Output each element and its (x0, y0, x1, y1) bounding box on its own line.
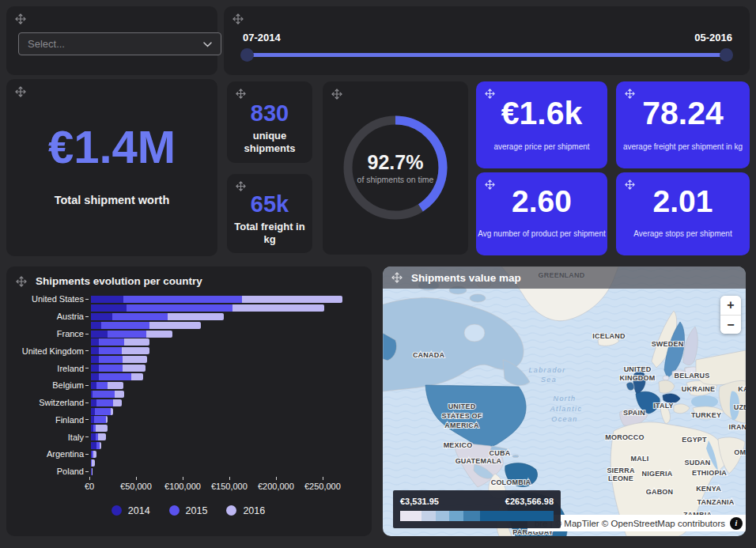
map-legend-gradient (400, 511, 554, 521)
slider-handle-end[interactable] (720, 48, 733, 62)
bar-segment-2014[interactable] (91, 338, 99, 346)
bar-row: Argentina (14, 450, 362, 459)
drag-handle-icon[interactable] (15, 13, 26, 25)
legend-item-2015[interactable]: 2015 (169, 505, 208, 516)
bar-segment-2015[interactable] (99, 365, 123, 372)
bar-segment-2016[interactable] (100, 442, 101, 449)
map-label-belarus: BELARUS (675, 372, 710, 380)
bar-segment-2014[interactable] (91, 382, 96, 389)
bar-segment-2015[interactable] (99, 356, 123, 363)
map-legend-min: €3,531.95 (400, 497, 439, 506)
map-label-kenya: KENYA (696, 485, 721, 493)
bar-segment-2016[interactable] (124, 338, 149, 346)
bar-segment-2015[interactable] (108, 331, 147, 338)
bar-track (91, 459, 362, 467)
bar-segment-2015[interactable] (123, 296, 242, 303)
bar-segment-2016[interactable] (96, 425, 108, 432)
kpi-total-worth-card: €1.4M Total shipment worth (6, 79, 217, 256)
bar-segment-2016[interactable] (113, 399, 121, 406)
bar-segment-2016[interactable] (168, 313, 224, 320)
map-label-canada: CANADA (413, 351, 444, 359)
country-select[interactable]: Select... (18, 32, 221, 55)
bar-segment-2016[interactable] (108, 382, 124, 389)
info-icon[interactable]: i (730, 517, 743, 530)
bar-segment-2016[interactable] (92, 468, 93, 475)
bar-segment-2015[interactable] (93, 391, 114, 398)
x-tick-label: €100,000 (164, 482, 201, 491)
bar-segment-2015[interactable] (94, 416, 106, 423)
bar-track (91, 442, 362, 449)
map-label-italy: ITALY (653, 402, 674, 410)
map-label-cuba: CUBA (490, 449, 511, 457)
bar-segment-2016[interactable] (242, 296, 343, 303)
bar-track (91, 416, 362, 423)
bar-segment-2016[interactable] (115, 391, 124, 398)
bar-segment-2015[interactable] (99, 338, 124, 346)
bar-segment-2016[interactable] (92, 459, 95, 467)
bar-segment-2016[interactable] (146, 331, 172, 338)
zoom-in-button[interactable]: + (720, 296, 741, 315)
bar-segment-2016[interactable] (123, 365, 145, 372)
legend-item-2014[interactable]: 2014 (112, 505, 150, 516)
drag-handle-icon[interactable] (236, 89, 247, 100)
bar-row-label: Italy (14, 433, 84, 442)
bar-segment-2016[interactable] (131, 373, 142, 380)
zoom-out-button[interactable]: − (720, 315, 741, 334)
bar-row-label: Argentina (14, 449, 84, 459)
map-label-ethiopia: ETHIOPIA (692, 469, 727, 477)
bar-segment-2014[interactable] (91, 442, 96, 449)
x-tick-label: €150,000 (211, 482, 248, 491)
drag-handle-icon[interactable] (485, 180, 496, 191)
drag-handle-icon[interactable] (236, 181, 247, 192)
map-label-morocco: MOROCCO (605, 433, 644, 441)
drag-handle-icon[interactable] (485, 89, 496, 100)
bar-row (14, 441, 362, 450)
bar-segment-2015[interactable] (96, 399, 113, 406)
bar-segment-2016[interactable] (98, 433, 106, 440)
map-label-leone: LEONE (608, 474, 633, 482)
bar-segment-2016[interactable] (93, 451, 97, 458)
bar-segment-2015[interactable] (127, 304, 232, 312)
bar-segment-2016[interactable] (111, 408, 113, 415)
total-worth-label: Total shipment worth (6, 194, 217, 206)
bar-segment-2014[interactable] (91, 313, 112, 320)
bar-segment-2014[interactable] (91, 296, 123, 303)
bar-segment-2014[interactable] (91, 347, 99, 354)
bar-segment-2014[interactable] (91, 399, 96, 406)
bar-track (91, 433, 362, 440)
legend-item-2016[interactable]: 2016 (226, 505, 265, 516)
bar-segment-2014[interactable] (91, 331, 108, 338)
bar-segment-2016[interactable] (149, 322, 201, 329)
date-range-slider[interactable] (245, 53, 728, 57)
drag-handle-icon[interactable] (16, 276, 27, 287)
slider-handle-start[interactable] (240, 48, 254, 62)
bar-segment-2015[interactable] (96, 382, 107, 389)
bar-segment-2015[interactable] (95, 408, 111, 415)
dashboard: Select... 07-2014 05-2016 €1.4M Total sh… (0, 0, 756, 548)
bar-segment-2014[interactable] (91, 322, 101, 329)
drag-handle-icon[interactable] (331, 89, 342, 100)
bar-segment-2016[interactable] (106, 416, 108, 423)
bar-segment-2014[interactable] (91, 365, 99, 372)
bar-segment-2015[interactable] (101, 322, 150, 329)
bar-row: Italy (14, 433, 362, 441)
drag-handle-icon[interactable] (391, 272, 403, 283)
bar-segment-2014[interactable] (91, 304, 127, 312)
bar-segment-2015[interactable] (112, 313, 168, 320)
kpi-on-time-card: 92.7% of shipments on time (323, 81, 468, 255)
drag-handle-icon[interactable] (625, 89, 636, 100)
drag-handle-icon[interactable] (232, 13, 244, 25)
bar-segment-2014[interactable] (91, 373, 99, 380)
bar-segment-2016[interactable] (122, 347, 149, 354)
bar-row-label: Finland (14, 415, 84, 425)
bar-row-label: Austria (14, 312, 84, 321)
bar-segment-2014[interactable] (91, 356, 99, 363)
bar-segment-2016[interactable] (232, 304, 324, 312)
bar-segment-2016[interactable] (123, 356, 147, 363)
bar-segment-2015[interactable] (99, 347, 122, 354)
bar-row (14, 390, 362, 399)
bar-segment-2015[interactable] (99, 373, 132, 380)
x-tick-mark (89, 477, 90, 480)
drag-handle-icon[interactable] (625, 180, 636, 191)
drag-handle-icon[interactable] (15, 86, 26, 97)
